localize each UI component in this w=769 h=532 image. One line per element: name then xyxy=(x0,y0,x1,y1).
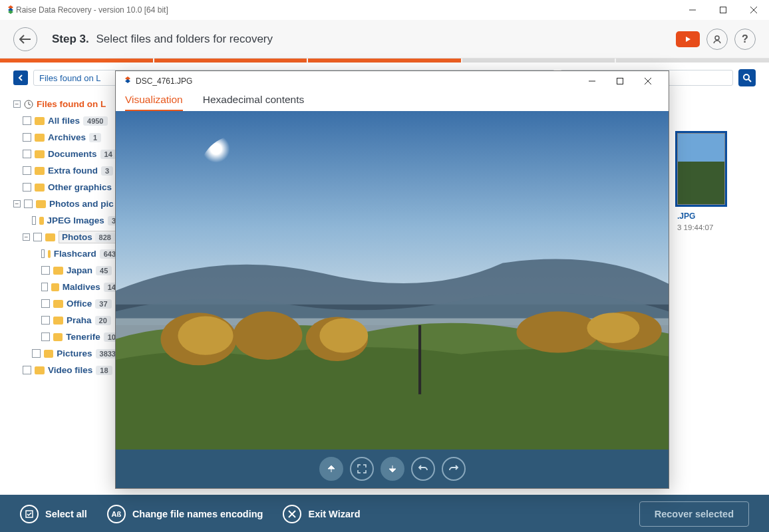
svg-point-12 xyxy=(516,311,599,352)
checkbox-icon[interactable] xyxy=(41,283,48,291)
folder-icon xyxy=(53,267,63,275)
tree-item[interactable]: Extra found3 xyxy=(13,162,120,179)
tree-item-photos[interactable]: −Photos 828 xyxy=(13,229,120,245)
checkbox-icon[interactable] xyxy=(23,133,31,142)
preview-title: DSC_4761.JPG xyxy=(136,76,192,86)
checkbox-icon[interactable] xyxy=(32,216,36,225)
checkbox-icon[interactable] xyxy=(24,200,33,208)
file-name: .JPG xyxy=(677,211,725,221)
recover-label: Recover selected xyxy=(655,509,734,519)
folder-icon xyxy=(44,350,54,358)
tree-item[interactable]: JPEG Images3 xyxy=(13,212,120,229)
preview-redo-button[interactable] xyxy=(442,457,466,481)
breadcrumb-back-button[interactable] xyxy=(13,70,28,85)
checkbox-icon[interactable] xyxy=(33,233,42,241)
tab-hexadecimal[interactable]: Hexadecimal contents xyxy=(203,94,305,111)
recover-button[interactable]: Recover selected xyxy=(639,501,749,527)
back-button[interactable] xyxy=(13,27,37,51)
breadcrumb-text: Files found on L xyxy=(39,73,101,83)
collapse-icon[interactable]: − xyxy=(13,200,21,207)
tree-root-label: Files found on L xyxy=(37,99,106,109)
step-number: Step 3. xyxy=(52,33,89,45)
tree-item[interactable]: Documents14 xyxy=(13,146,120,162)
tree-item[interactable]: Other graphics xyxy=(13,179,120,196)
tree-item[interactable]: Maldives14 xyxy=(13,279,120,295)
tree-item[interactable]: Praha20 xyxy=(13,312,120,329)
folder-icon xyxy=(35,117,45,125)
wizard-progress xyxy=(0,59,769,63)
svg-point-10 xyxy=(233,311,303,360)
checkbox-icon[interactable] xyxy=(23,150,31,158)
folder-icon xyxy=(53,333,63,341)
checkbox-icon[interactable] xyxy=(41,249,45,258)
checkbox-icon[interactable] xyxy=(41,299,50,308)
folder-icon xyxy=(35,366,45,374)
wizard-header: Step 3. Select files and folders for rec… xyxy=(0,20,769,59)
tree-item[interactable]: All files4950 xyxy=(13,112,120,129)
svg-point-14 xyxy=(178,317,233,355)
tree-item[interactable]: Flashcard643 xyxy=(13,245,120,262)
folder-tree: −Files found on L All files4950 Archives… xyxy=(0,93,120,495)
encoding-label: Change file names encoding xyxy=(132,509,263,519)
svg-point-7 xyxy=(200,135,275,211)
preview-down-button[interactable] xyxy=(381,457,404,481)
preview-close-button[interactable] xyxy=(634,72,662,90)
folder-icon xyxy=(35,150,45,158)
tree-root[interactable]: −Files found on L xyxy=(13,96,120,112)
preview-minimize-button[interactable] xyxy=(578,72,606,90)
checkbox-icon[interactable] xyxy=(32,349,41,358)
window-maximize-button[interactable] xyxy=(708,0,738,20)
svg-rect-0 xyxy=(720,7,726,13)
encoding-button[interactable]: AßChange file names encoding xyxy=(107,505,263,523)
app-icon xyxy=(122,76,133,86)
checkbox-icon[interactable] xyxy=(41,332,50,341)
file-thumbnail[interactable]: .JPG 3 19:44:07 xyxy=(677,133,725,231)
svg-point-2 xyxy=(744,74,749,80)
svg-point-16 xyxy=(587,313,639,343)
select-all-button[interactable]: Select all xyxy=(20,505,87,523)
folder-icon xyxy=(53,300,63,308)
clock-icon xyxy=(24,100,33,109)
checkbox-icon[interactable] xyxy=(23,366,31,374)
search-button[interactable] xyxy=(738,69,756,86)
svg-point-15 xyxy=(319,319,368,353)
step-subtitle: Select files and folders for recovery xyxy=(96,33,273,45)
svg-rect-5 xyxy=(617,78,623,84)
preview-maximize-button[interactable] xyxy=(606,72,634,90)
folder-icon xyxy=(39,217,43,225)
tab-visualization[interactable]: Visualization xyxy=(125,94,183,111)
youtube-button[interactable] xyxy=(676,31,700,47)
exit-wizard-button[interactable]: Exit Wizard xyxy=(283,505,360,523)
tree-item[interactable]: Video files18 xyxy=(13,362,120,378)
user-button[interactable] xyxy=(706,29,728,50)
help-button[interactable]: ? xyxy=(734,29,756,50)
tree-item[interactable]: Archives1 xyxy=(13,129,120,146)
collapse-icon[interactable]: − xyxy=(23,233,30,241)
window-minimize-button[interactable] xyxy=(677,0,708,20)
tree-item[interactable]: −Photos and pic xyxy=(13,196,120,212)
checkbox-icon[interactable] xyxy=(23,183,31,192)
preview-tabs: Visualization Hexadecimal contents xyxy=(116,91,669,111)
app-icon xyxy=(5,5,16,15)
preview-fullscreen-button[interactable] xyxy=(350,457,374,481)
checkbox-icon[interactable] xyxy=(41,266,50,275)
window-close-button[interactable] xyxy=(738,0,769,20)
folder-icon xyxy=(36,200,46,208)
collapse-icon[interactable]: − xyxy=(13,100,21,108)
preview-toolbar xyxy=(116,450,669,488)
svg-point-1 xyxy=(715,36,719,40)
exit-label: Exit Wizard xyxy=(308,509,360,519)
preview-undo-button[interactable] xyxy=(411,457,435,481)
checkbox-icon[interactable] xyxy=(23,116,31,125)
tree-item[interactable]: Japan45 xyxy=(13,262,120,279)
step-title: Step 3. Select files and folders for rec… xyxy=(52,33,273,46)
select-all-label: Select all xyxy=(45,509,87,519)
tree-item[interactable]: Office37 xyxy=(13,295,120,312)
tree-item[interactable]: Tenerife10 xyxy=(13,329,120,345)
folder-icon xyxy=(45,233,55,241)
preview-up-button[interactable] xyxy=(319,457,343,481)
select-all-icon xyxy=(20,505,39,523)
checkbox-icon[interactable] xyxy=(23,166,31,175)
checkbox-icon[interactable] xyxy=(41,316,50,325)
tree-item[interactable]: Pictures3833 xyxy=(13,345,120,362)
